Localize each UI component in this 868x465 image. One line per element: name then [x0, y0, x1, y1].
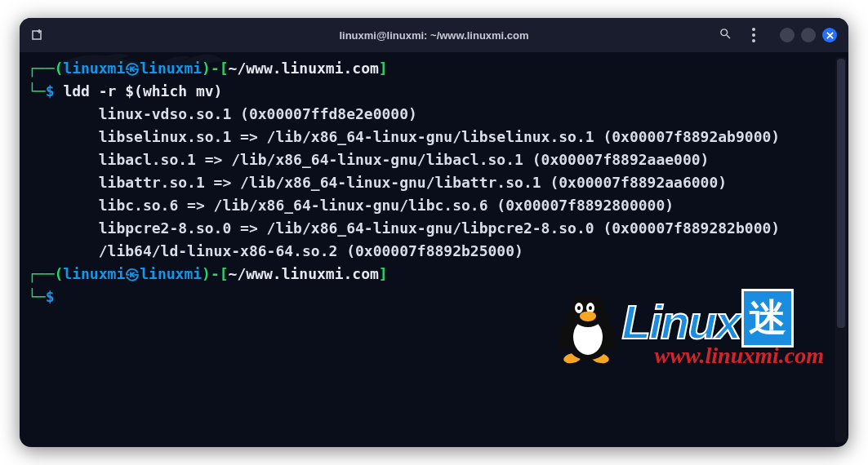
output-line: /lib64/ld-linux-x86-64.so.2 (0x00007f889…	[28, 242, 523, 259]
close-button[interactable]	[822, 28, 837, 42]
output-line: libattr.so.1 => /lib/x86_64-linux-gnu/li…	[28, 174, 727, 191]
search-icon[interactable]	[719, 27, 732, 44]
window-title: linuxmi@linuxmi: ~/www.linuxmi.com	[339, 29, 528, 42]
output-line: libc.so.6 => /lib/x86_64-linux-gnu/libc.…	[28, 197, 674, 214]
new-tab-icon[interactable]	[31, 29, 44, 42]
output-line: libacl.so.1 => /lib/x86_64-linux-gnu/lib…	[28, 151, 709, 168]
output-line: linux-vdso.so.1 (0x00007ffd8e2e0000)	[28, 105, 417, 122]
watermark-url: www.linuxmi.com	[655, 343, 824, 369]
prompt-user: linuxmi	[63, 60, 125, 77]
prompt-host: linuxmi	[140, 60, 202, 77]
minimize-button[interactable]	[780, 28, 795, 42]
output-line: libselinux.so.1 => /lib/x86_64-linux-gnu…	[28, 128, 780, 145]
terminal-body[interactable]: ┌──(linuxmi㉿linuxmi)-[~/www.linuxmi.com]…	[20, 52, 848, 447]
prompt-corner: ┌──	[28, 60, 55, 77]
prompt-path: ~/www.linuxmi.com	[229, 60, 379, 77]
kebab-menu-icon[interactable]	[747, 28, 760, 42]
command-text: ldd -r $(which mv)	[63, 82, 222, 100]
prompt-dollar: $	[46, 82, 55, 100]
maximize-button[interactable]	[801, 28, 816, 42]
terminal-window: linuxmi@linuxmi: ~/www.linuxmi.com ┌──(l…	[20, 18, 848, 447]
terminal-output: ┌──(linuxmi㉿linuxmi)-[~/www.linuxmi.com]…	[28, 57, 840, 308]
output-line: libpcre2-8.so.0 => /lib/x86_64-linux-gnu…	[28, 219, 780, 237]
